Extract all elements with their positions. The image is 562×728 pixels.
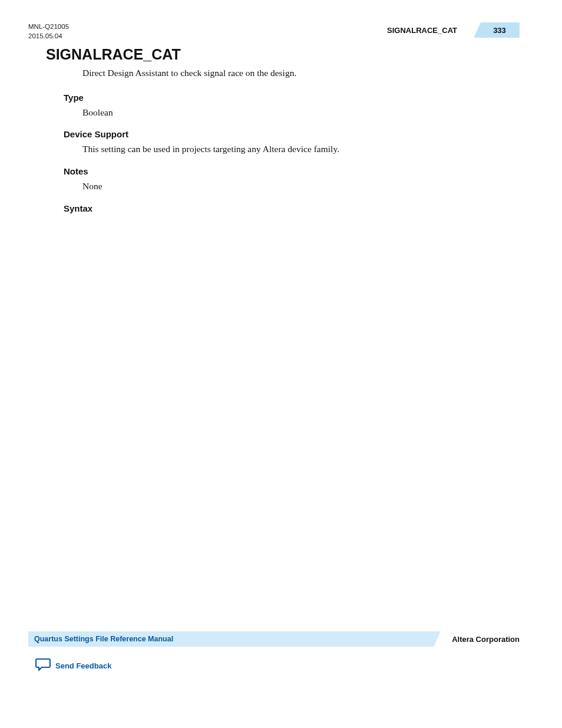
section-body-type: Boolean (82, 106, 520, 119)
page-number: 333 (474, 26, 520, 35)
page-number-badge: 333 (474, 22, 520, 38)
content-area: SIGNALRACE_CAT Direct Design Assistant t… (46, 46, 520, 217)
description: Direct Design Assistant to check signal … (82, 67, 520, 80)
footer-company: Altera Corporation (452, 631, 520, 647)
doc-date: 2015.05.04 (28, 32, 69, 41)
section-body-device-support: This setting can be used in projects tar… (82, 143, 520, 156)
footer-bar: Quartus Settings File Reference Manual A… (28, 631, 520, 647)
section-heading-type: Type (64, 93, 520, 103)
send-feedback-link[interactable]: Send Feedback (35, 657, 111, 674)
section-body-notes: None (82, 180, 520, 193)
section-heading-syntax: Syntax (64, 203, 520, 213)
header-section: SIGNALRACE_CAT (387, 26, 474, 35)
doc-id: MNL-Q21005 (28, 22, 69, 32)
header-right: SIGNALRACE_CAT 333 (387, 22, 520, 38)
footer-manual-title: Quartus Settings File Reference Manual (34, 631, 173, 647)
page-header: MNL-Q21005 2015.05.04 SIGNALRACE_CAT 333 (0, 22, 562, 41)
header-meta: MNL-Q21005 2015.05.04 (28, 22, 69, 41)
section-heading-device-support: Device Support (64, 129, 520, 139)
page-title: SIGNALRACE_CAT (46, 46, 520, 63)
section-heading-notes: Notes (64, 166, 520, 176)
comment-icon (35, 657, 51, 674)
send-feedback-label: Send Feedback (55, 661, 111, 670)
